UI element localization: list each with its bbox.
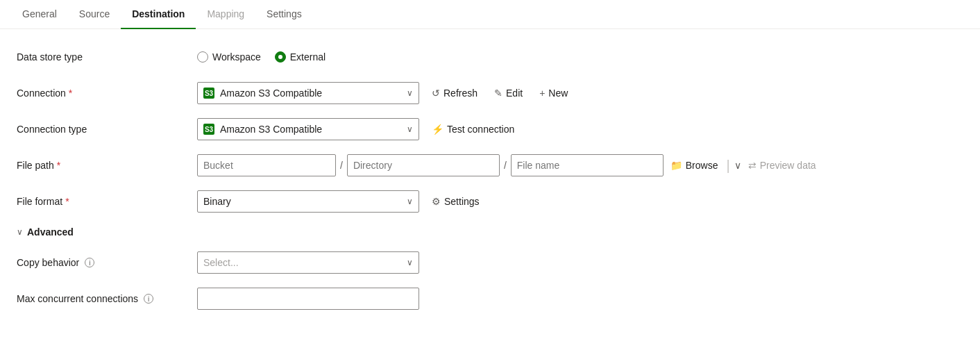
connection-type-select[interactable]: S3 Amazon S3 Compatible ∨ [197,118,419,140]
data-store-type-label: Data store type [17,51,197,63]
file-format-row: File format * Binary ∨ ⚙ Settings [17,190,963,213]
connection-type-row: Connection type S3 Amazon S3 Compatible … [17,118,963,140]
max-connections-row: Max concurrent connections i [17,288,963,310]
file-format-settings-label: Settings [444,196,480,207]
connection-select[interactable]: S3 Amazon S3 Compatible ∨ [197,82,419,104]
tab-mapping: Mapping [196,0,255,29]
filename-input[interactable] [511,154,664,176]
connection-label: Connection * [17,88,197,99]
radio-external-label: External [290,51,326,63]
divider: | [725,158,731,174]
refresh-button[interactable]: ↺ Refresh [428,85,482,101]
bucket-input[interactable] [197,154,336,176]
radio-workspace-circle[interactable] [197,51,208,63]
tab-general[interactable]: General [11,0,68,29]
new-label: New [548,88,568,99]
edit-label: Edit [506,88,523,99]
preview-icon: ⇄ [748,160,757,171]
connection-select-wrapper: S3 Amazon S3 Compatible ∨ [197,82,419,104]
copy-behavior-label: Copy behavior i [17,257,197,268]
tab-bar: General Source Destination Mapping Setti… [0,0,980,29]
copy-behavior-select-wrapper: Select... ∨ [197,251,419,274]
max-connections-info-icon: i [144,294,153,304]
connection-controls: S3 Amazon S3 Compatible ∨ ↺ Refresh ✎ Ed… [197,82,572,104]
file-format-required: * [65,196,69,207]
copy-behavior-controls: Select... ∨ [197,251,419,274]
max-connections-input[interactable] [197,288,419,310]
connection-type-select-wrapper: S3 Amazon S3 Compatible ∨ [197,118,419,140]
radio-workspace-label: Workspace [212,51,261,63]
file-format-settings-button[interactable]: ⚙ Settings [428,193,484,210]
file-format-value: Binary [203,196,401,207]
data-store-type-controls: Workspace External [197,51,326,63]
tab-destination[interactable]: Destination [121,0,196,29]
copy-behavior-row: Copy behavior i Select... ∨ [17,251,963,274]
connection-value: Amazon S3 Compatible [220,88,401,99]
path-sep-1: / [339,160,344,171]
advanced-section[interactable]: ∨ Advanced [17,226,963,238]
connection-type-value: Amazon S3 Compatible [220,124,401,135]
browse-icon: 📁 [670,160,682,171]
file-format-label: File format * [17,196,197,207]
connection-chevron-icon: ∨ [407,88,413,98]
file-format-select-wrapper: Binary ∨ [197,190,419,213]
radio-group: Workspace External [197,51,326,63]
edit-button[interactable]: ✎ Edit [490,85,527,101]
connection-type-controls: S3 Amazon S3 Compatible ∨ ⚡ Test connect… [197,118,518,140]
new-icon: + [539,88,545,99]
connection-type-label: Connection type [17,124,197,135]
copy-behavior-chevron-icon: ∨ [407,258,413,267]
browse-button[interactable]: 📁 Browse [666,157,723,174]
file-path-controls: / / 📁 Browse | ∨ ⇄ Preview data [197,154,820,176]
path-sep-2: / [502,160,508,171]
directory-input[interactable] [347,154,500,176]
file-format-controls: Binary ∨ ⚙ Settings [197,190,484,213]
edit-icon: ✎ [494,88,502,99]
preview-data-button[interactable]: ⇄ Preview data [744,157,820,174]
file-path-row: File path * / / 📁 Browse | ∨ ⇄ Preview d… [17,154,963,176]
new-button[interactable]: + New [535,85,572,101]
file-path-required: * [57,160,60,171]
max-connections-controls [197,288,419,310]
copy-behavior-placeholder: Select... [203,257,401,268]
test-connection-icon: ⚡ [432,124,443,135]
copy-behavior-info-icon: i [85,258,94,267]
main-content: Data store type Workspace External Conne… [0,29,980,340]
preview-data-label: Preview data [760,160,816,171]
file-path-group: / / 📁 Browse | ∨ ⇄ Preview data [197,154,820,176]
connection-type-chevron-icon: ∨ [407,124,413,134]
refresh-label: Refresh [443,88,478,99]
connection-required: * [69,88,72,99]
radio-workspace[interactable]: Workspace [197,51,261,63]
file-path-label: File path * [17,160,197,171]
data-store-type-row: Data store type Workspace External [17,46,963,68]
connection-s3-icon: S3 [203,88,214,99]
connection-row: Connection * S3 Amazon S3 Compatible ∨ ↺… [17,82,963,104]
tab-source[interactable]: Source [68,0,121,29]
test-connection-label: Test connection [447,124,514,135]
copy-behavior-select[interactable]: Select... ∨ [197,251,419,274]
advanced-chevron-icon: ∨ [17,227,23,237]
max-connections-label: Max concurrent connections i [17,293,197,304]
browse-chevron-icon[interactable]: ∨ [734,160,741,171]
browse-label: Browse [686,160,718,171]
connection-type-s3-icon: S3 [203,124,214,135]
radio-external[interactable]: External [275,51,326,63]
refresh-icon: ↺ [432,88,440,99]
radio-external-circle[interactable] [275,51,286,63]
test-connection-button[interactable]: ⚡ Test connection [428,121,518,138]
file-format-select[interactable]: Binary ∨ [197,190,419,213]
tab-settings[interactable]: Settings [255,0,313,29]
advanced-label: Advanced [27,226,74,238]
file-format-settings-icon: ⚙ [432,196,441,207]
file-format-chevron-icon: ∨ [407,197,413,206]
